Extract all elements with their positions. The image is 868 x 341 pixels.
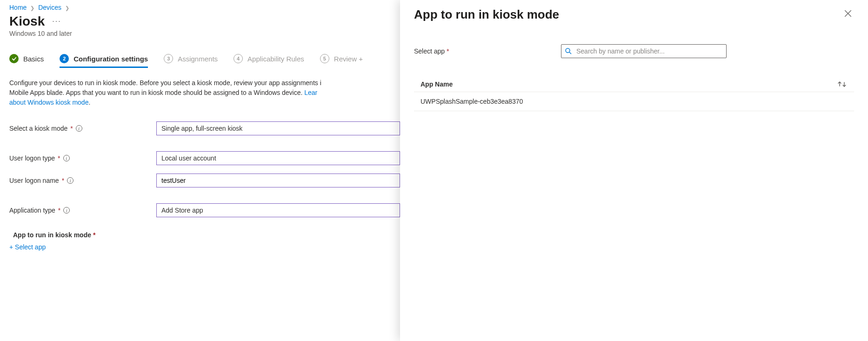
wizard-tabs: Basics 2 Configuration settings 3 Assign… [9,54,400,67]
user-logon-name-input-wrapper [156,174,400,187]
info-icon[interactable]: i [63,155,70,161]
user-logon-type-dropdown[interactable]: Local user account [156,151,400,165]
chevron-right-icon: ❯ [30,5,34,11]
step-number-icon: 4 [234,54,243,63]
close-icon [844,9,852,18]
tab-basics-label: Basics [23,55,44,63]
tab-review-label: Review + [334,55,363,63]
flyout-title: App to run in kiosk mode [414,7,559,22]
tab-assignments-label: Assignments [178,55,218,63]
tab-basics[interactable]: Basics [9,54,44,67]
more-actions-icon[interactable]: ··· [52,17,61,26]
application-type-dropdown[interactable]: Add Store app [156,203,400,217]
tab-review[interactable]: 5 Review + [320,54,363,67]
required-asterisk: * [58,154,60,162]
step-number-icon: 3 [164,54,173,63]
select-app-label: Select app * [414,47,561,55]
tab-assignments[interactable]: 3 Assignments [164,54,218,67]
info-icon[interactable]: i [76,125,82,132]
app-name-column-header[interactable]: App Name [421,80,453,88]
page-title: Kiosk [9,14,45,29]
breadcrumb-devices[interactable]: Devices [38,4,61,11]
page-subtitle: Windows 10 and later [9,30,400,37]
tab-configuration-label: Configuration settings [73,55,148,63]
select-app-link[interactable]: + Select app [9,243,46,251]
kiosk-mode-label: Select a kiosk mode * i [9,125,156,132]
required-asterisk: * [93,231,95,239]
required-asterisk: * [447,47,449,55]
user-logon-type-label: User logon type * i [9,154,156,162]
search-icon [565,47,572,55]
svg-point-0 [566,48,570,53]
user-logon-name-input[interactable] [161,177,395,184]
required-asterisk: * [70,125,73,132]
app-list-row[interactable]: UWPSplashSample-ceb3e3ea8370 [414,92,854,111]
app-search-input[interactable] [561,44,727,58]
user-logon-name-label: User logon name * i [9,177,156,184]
close-button[interactable] [842,7,854,21]
sort-icon[interactable] [837,81,848,87]
app-search-wrapper [561,44,727,58]
svg-line-1 [569,52,571,54]
checkmark-icon [9,54,19,63]
info-icon[interactable]: i [67,177,73,184]
learn-more-kiosk-link[interactable]: about Windows kiosk mode [9,99,88,106]
application-type-label: Application type * i [9,207,156,214]
required-asterisk: * [58,207,60,214]
tab-applicability-label: Applicability Rules [247,55,304,63]
step-number-icon: 5 [320,54,329,63]
learn-more-link[interactable]: Lear [304,89,317,96]
chevron-right-icon: ❯ [65,5,69,11]
kiosk-mode-dropdown[interactable]: Single app, full-screen kiosk [156,121,400,135]
breadcrumb: Home ❯ Devices ❯ [9,4,400,11]
info-icon[interactable]: i [63,207,70,214]
app-selection-flyout: App to run in kiosk mode Select app * Ap… [400,0,868,341]
app-to-run-heading: App to run in kiosk mode * [13,231,400,239]
required-asterisk: * [62,177,64,184]
step-number-icon: 2 [60,54,69,63]
tab-applicability-rules[interactable]: 4 Applicability Rules [234,54,304,67]
breadcrumb-home[interactable]: Home [9,4,27,11]
main-configuration-panel: Home ❯ Devices ❯ Kiosk ··· Windows 10 an… [0,0,400,341]
app-list-header: App Name [414,77,854,92]
tab-configuration-settings[interactable]: 2 Configuration settings [60,54,148,67]
description-text: Configure your devices to run in kiosk m… [9,78,400,107]
